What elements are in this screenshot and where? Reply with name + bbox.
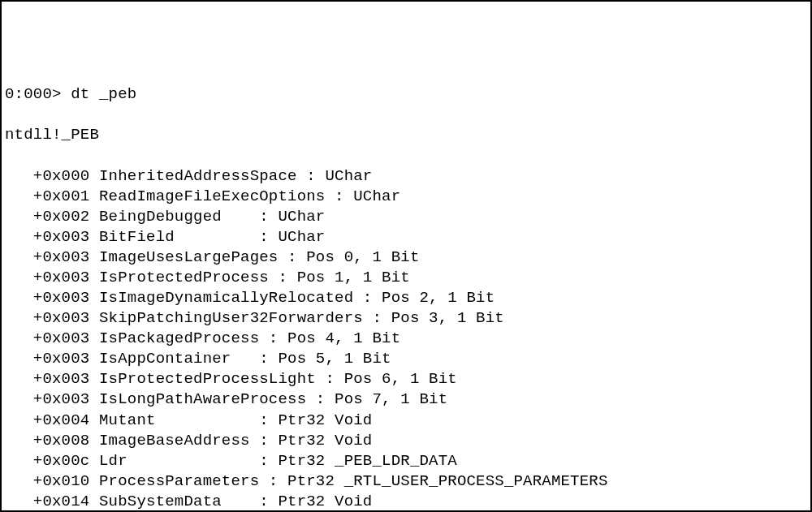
field-line: +0x010 ProcessParameters : Ptr32 _RTL_US… [5,471,807,492]
field-line: +0x003 ImageUsesLargePages : Pos 0, 1 Bi… [5,247,807,268]
fields-container: +0x000 InheritedAddressSpace : UChar +0x… [5,166,807,512]
field-line: +0x014 SubSystemData : Ptr32 Void [5,492,807,512]
field-line: +0x002 BeingDebugged : UChar [5,207,807,227]
field-line: +0x00c Ldr : Ptr32 _PEB_LDR_DATA [5,451,807,471]
type-header: ntdll!_PEB [5,125,807,145]
field-line: +0x003 IsProtectedProcess : Pos 1, 1 Bit [5,268,807,288]
field-line: +0x003 IsImageDynamicallyRelocated : Pos… [5,288,807,308]
field-line: +0x003 IsProtectedProcessLight : Pos 6, … [5,369,807,389]
field-line: +0x001 ReadImageFileExecOptions : UChar [5,187,807,207]
prompt-line: 0:000> dt _peb [5,84,807,105]
field-line: +0x008 ImageBaseAddress : Ptr32 Void [5,431,807,451]
field-line: +0x003 IsAppContainer : Pos 5, 1 Bit [5,349,807,369]
field-line: +0x000 InheritedAddressSpace : UChar [5,166,807,187]
field-line: +0x004 Mutant : Ptr32 Void [5,411,807,431]
field-line: +0x003 BitField : UChar [5,227,807,247]
field-line: +0x003 IsPackagedProcess : Pos 4, 1 Bit [5,329,807,349]
field-line: +0x003 IsLongPathAwareProcess : Pos 7, 1… [5,389,807,410]
field-line: +0x003 SkipPatchingUser32Forwarders : Po… [5,308,807,329]
